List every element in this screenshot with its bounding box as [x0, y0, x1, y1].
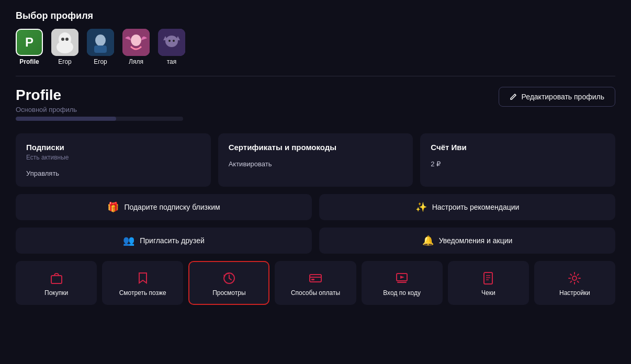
watch-later-icon [136, 271, 150, 285]
history-icon [222, 271, 236, 285]
profile-selector-section: Выбор профиля P Profile Егор [16, 10, 615, 65]
avatar-item-egor2[interactable]: Егор [87, 29, 114, 65]
purchases-label: Покупки [44, 289, 68, 297]
svg-point-3 [61, 38, 64, 41]
settings-item[interactable]: Настройки [534, 261, 615, 305]
wide-buttons-row: 🎁 Подарите подписку близким ✨ Настроить … [16, 194, 615, 220]
gift-subscription-label: Подарите подписку близким [124, 203, 220, 211]
gift-subscription-button[interactable]: 🎁 Подарите подписку близким [16, 194, 312, 220]
profile-name-section: Profile Основной профиль [16, 87, 77, 113]
action-row: 👥 Пригласить друзей 🔔 Уведомления и акци… [16, 228, 615, 254]
payment-methods-item[interactable]: Способы оплаты [275, 261, 356, 305]
avatar-item-taya[interactable]: тая [158, 29, 185, 65]
svg-point-29 [572, 276, 577, 280]
receipts-icon [481, 271, 495, 285]
edit-profile-button[interactable]: Редактировать профиль [499, 87, 615, 107]
page-container: Выбор профиля P Profile Егор [0, 0, 631, 315]
svg-point-9 [131, 35, 141, 46]
avatar-label-egor2: Егор [94, 58, 107, 65]
cards-row: Подписки Есть активные Управлять Сертифи… [16, 133, 615, 187]
gift-icon: 🎁 [107, 201, 119, 213]
avatar-item-lyalya[interactable]: Ляля [122, 29, 150, 65]
svg-point-14 [168, 40, 171, 42]
progress-bar-fill [16, 117, 116, 121]
profile-name: Profile [16, 87, 77, 104]
invite-friends-label: Пригласить друзей [140, 236, 205, 245]
code-signin-item[interactable]: Вход по коду [362, 261, 443, 305]
svg-rect-16 [51, 276, 62, 283]
svg-rect-19 [310, 275, 321, 282]
svg-rect-25 [484, 272, 492, 284]
edit-profile-label: Редактировать профиль [521, 93, 604, 101]
profile-main-section: Profile Основной профиль Редактировать п… [16, 87, 615, 113]
purchases-item[interactable]: Покупки [16, 261, 97, 305]
account-card-action: 2 ₽ [431, 160, 605, 168]
watch-later-label: Смотреть позже [119, 289, 166, 297]
friends-icon: 👥 [123, 235, 134, 246]
notifications-button[interactable]: 🔔 Уведомления и акции [319, 228, 615, 254]
subscriptions-card-title: Подписки [26, 143, 200, 152]
payment-methods-label: Способы оплаты [291, 289, 340, 297]
profile-selector-title: Выбор профиля [16, 10, 615, 21]
avatar-label-taya: тая [167, 58, 177, 65]
setup-recommendations-label: Настроить рекомендации [432, 203, 520, 211]
avatar-item-profile[interactable]: P Profile [16, 29, 43, 65]
setup-recommendations-button[interactable]: ✨ Настроить рекомендации [319, 194, 615, 220]
certificates-card-action[interactable]: Активировать [229, 160, 403, 168]
avatar-image-taya [158, 29, 185, 56]
purchases-icon [50, 271, 63, 285]
history-label: Просмотры [212, 289, 245, 297]
star-icon: ✨ [415, 201, 427, 213]
bottom-grid: Покупки Смотреть позже Просмотры Спосо [16, 261, 615, 305]
history-item[interactable]: Просмотры [188, 261, 269, 305]
avatar-image-lyalya [122, 29, 150, 56]
invite-friends-button[interactable]: 👥 Пригласить друзей [16, 228, 312, 254]
profile-subtitle: Основной профиль [16, 106, 77, 113]
svg-marker-23 [400, 276, 404, 279]
subscriptions-card[interactable]: Подписки Есть активные Управлять [16, 133, 211, 187]
settings-icon [568, 271, 581, 285]
svg-point-4 [65, 38, 69, 41]
receipts-label: Чеки [481, 289, 495, 297]
code-signin-label: Вход по коду [383, 289, 421, 297]
certificates-card-title: Сертификаты и промокоды [229, 143, 403, 152]
pencil-icon [510, 93, 517, 100]
payment-icon [309, 271, 322, 285]
svg-rect-21 [311, 279, 314, 280]
svg-point-2 [57, 41, 73, 53]
code-signin-icon [395, 271, 409, 285]
section-divider [16, 76, 615, 76]
certificates-card[interactable]: Сертификаты и промокоды Активировать [218, 133, 413, 187]
bell-icon: 🔔 [422, 235, 434, 246]
svg-rect-7 [94, 46, 107, 53]
profile-avatars: P Profile Егор [16, 29, 615, 65]
notifications-label: Уведомления и акции [439, 236, 513, 245]
avatar-image-profile: P [16, 29, 43, 56]
svg-point-11 [165, 36, 178, 47]
avatar-item-egor1[interactable]: Егор [51, 29, 78, 65]
receipts-item[interactable]: Чеки [448, 261, 529, 305]
watch-later-item[interactable]: Смотреть позже [102, 261, 183, 305]
profile-progress-bar [16, 117, 183, 121]
account-card[interactable]: Счёт Иви 2 ₽ [420, 133, 615, 187]
settings-label: Настройки [559, 289, 590, 297]
account-card-title: Счёт Иви [431, 143, 605, 152]
avatar-label-lyalya: Ляля [129, 58, 143, 65]
avatar-image-egor1 [51, 29, 78, 56]
svg-point-6 [95, 35, 106, 46]
avatar-label-egor1: Егор [58, 58, 71, 65]
subscriptions-card-subtitle: Есть активные [26, 154, 200, 161]
avatar-image-egor2 [87, 29, 114, 56]
avatar-label-profile: Profile [19, 58, 39, 65]
svg-point-15 [173, 40, 175, 42]
subscriptions-card-action[interactable]: Управлять [26, 169, 200, 177]
